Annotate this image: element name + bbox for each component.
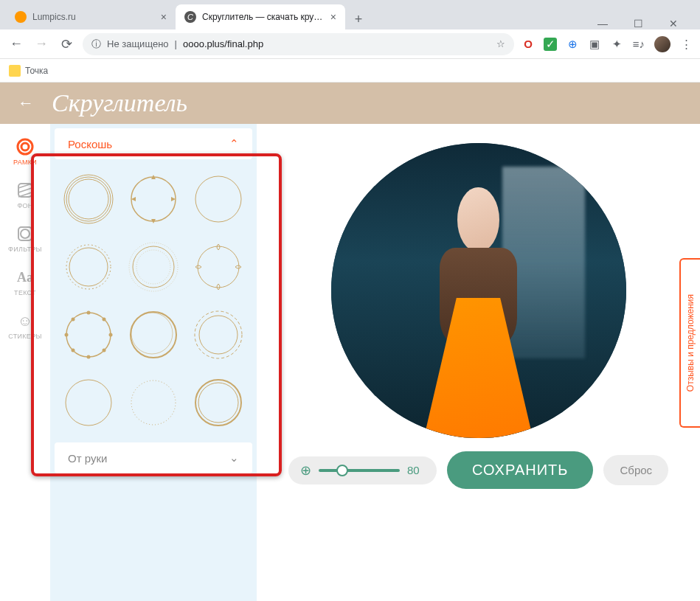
tool-background[interactable]: ФОН bbox=[0, 173, 50, 217]
svg-point-20 bbox=[87, 311, 91, 315]
profile-avatar[interactable] bbox=[654, 36, 670, 52]
tool-label: СТИКЕРЫ bbox=[8, 333, 41, 340]
tool-filters[interactable]: ФИЛЬТРЫ bbox=[0, 217, 50, 260]
frames-icon bbox=[15, 137, 35, 156]
svg-point-10 bbox=[69, 179, 108, 219]
tool-label: ФИЛЬТРЫ bbox=[8, 246, 42, 253]
menu-icon[interactable]: ⋮ bbox=[679, 38, 693, 51]
svg-point-9 bbox=[66, 177, 111, 221]
frame-option[interactable] bbox=[122, 372, 184, 434]
tab-lumpics[interactable]: Lumpics.ru × bbox=[6, 4, 176, 29]
frame-option[interactable] bbox=[122, 304, 184, 366]
controls-row: ⊕ 80 СОХРАНИТЬ Сброс bbox=[288, 451, 668, 489]
close-window-button[interactable]: ✕ bbox=[663, 18, 684, 29]
url-text: oooo.plus/final.php bbox=[183, 38, 263, 49]
frame-option[interactable] bbox=[187, 236, 249, 298]
ext-icon[interactable]: ⊕ bbox=[566, 38, 579, 51]
feedback-label: Отзывы и предложения bbox=[685, 294, 696, 392]
info-icon: ⓘ bbox=[91, 38, 101, 51]
ext-icon[interactable]: ▣ bbox=[588, 38, 601, 51]
svg-line-4 bbox=[18, 188, 32, 192]
zoom-icon: ⊕ bbox=[300, 462, 311, 479]
tool-frames[interactable]: РАМКИ bbox=[0, 130, 50, 173]
extension-icons: O ✓ ⊕ ▣ ✦ ≡♪ ⋮ bbox=[521, 36, 693, 52]
back-button[interactable]: ← bbox=[7, 36, 25, 52]
ext-icon[interactable]: O bbox=[521, 38, 535, 51]
frame-option[interactable] bbox=[187, 168, 249, 230]
frame-option[interactable] bbox=[187, 372, 249, 434]
minimize-button[interactable]: — bbox=[592, 18, 613, 29]
favicon-icon bbox=[15, 11, 27, 23]
frame-option[interactable] bbox=[122, 236, 184, 298]
svg-point-24 bbox=[72, 318, 75, 322]
feedback-tab[interactable]: Отзывы и предложения bbox=[679, 258, 700, 428]
bookmark-item[interactable]: Точка bbox=[25, 66, 48, 76]
svg-point-11 bbox=[131, 177, 176, 221]
filters-icon bbox=[15, 224, 35, 243]
extensions-icon[interactable]: ✦ bbox=[610, 38, 623, 51]
tool-stickers[interactable]: ☺ СТИКЕРЫ bbox=[0, 304, 50, 347]
svg-point-17 bbox=[136, 250, 170, 284]
frame-option[interactable] bbox=[187, 304, 249, 366]
close-icon[interactable]: × bbox=[330, 11, 336, 23]
frame-option[interactable] bbox=[58, 372, 119, 434]
frame-option[interactable] bbox=[58, 168, 119, 230]
tab-skruglitel[interactable]: C Скруглитель — скачать круглу... × bbox=[176, 4, 345, 29]
svg-point-35 bbox=[198, 383, 238, 423]
app-title: Скруглитель bbox=[52, 89, 187, 117]
tool-text[interactable]: Aa ТЕКСТ bbox=[0, 260, 50, 304]
canvas-area: ⊕ 80 СОХРАНИТЬ Сброс bbox=[257, 124, 700, 601]
svg-point-18 bbox=[198, 246, 239, 288]
favicon-icon: C bbox=[184, 11, 196, 23]
reset-button[interactable]: Сброс bbox=[603, 455, 668, 485]
svg-point-22 bbox=[65, 333, 69, 337]
tool-label: РАМКИ bbox=[13, 159, 37, 166]
svg-point-29 bbox=[131, 313, 173, 354]
tab-title: Скруглитель — скачать круглу... bbox=[202, 12, 325, 22]
svg-point-0 bbox=[18, 139, 32, 154]
chevron-up-icon: ⌃ bbox=[229, 137, 239, 150]
ext-icon[interactable]: ✓ bbox=[544, 38, 557, 51]
svg-point-23 bbox=[109, 333, 113, 337]
zoom-value: 80 bbox=[407, 464, 425, 476]
slider-thumb[interactable] bbox=[336, 465, 348, 476]
svg-point-13 bbox=[66, 245, 111, 289]
svg-point-32 bbox=[66, 380, 111, 425]
app-back-button[interactable]: ← bbox=[18, 94, 34, 113]
star-icon[interactable]: ☆ bbox=[496, 38, 505, 49]
frames-grid bbox=[50, 164, 257, 438]
reload-button[interactable]: ⟳ bbox=[58, 36, 75, 52]
svg-point-34 bbox=[195, 380, 241, 425]
category-header-luxury[interactable]: Роскошь ⌃ bbox=[55, 128, 252, 159]
tabs-row: Lumpics.ru × C Скруглитель — скачать кру… bbox=[0, 0, 700, 29]
text-icon: Aa bbox=[15, 268, 35, 287]
new-tab-button[interactable]: + bbox=[348, 9, 369, 29]
forward-button[interactable]: → bbox=[32, 36, 50, 52]
save-button[interactable]: СОХРАНИТЬ bbox=[447, 451, 594, 489]
image-preview[interactable] bbox=[331, 143, 626, 438]
window-controls: — ☐ ✕ bbox=[592, 18, 694, 29]
frame-option[interactable] bbox=[122, 168, 184, 230]
zoom-slider[interactable] bbox=[319, 469, 400, 472]
svg-point-14 bbox=[69, 248, 108, 286]
app-header: ← Скруглитель bbox=[0, 83, 700, 124]
background-icon bbox=[15, 181, 35, 200]
svg-point-27 bbox=[103, 349, 106, 352]
maximize-button[interactable]: ☐ bbox=[628, 18, 648, 29]
svg-point-12 bbox=[195, 176, 241, 222]
svg-point-1 bbox=[21, 143, 29, 150]
address-bar[interactable]: ⓘ Не защищено | oooo.plus/final.php ☆ bbox=[83, 33, 514, 55]
chevron-down-icon: ⌄ bbox=[229, 451, 239, 465]
security-label: Не защищено bbox=[107, 38, 169, 49]
playlist-icon[interactable]: ≡♪ bbox=[632, 38, 645, 51]
category-header-hand[interactable]: От руки ⌄ bbox=[55, 442, 252, 473]
close-icon[interactable]: × bbox=[161, 11, 167, 23]
bookmarks-bar: Точка bbox=[0, 59, 700, 83]
frame-option[interactable] bbox=[58, 304, 119, 366]
frame-option[interactable] bbox=[58, 236, 119, 298]
svg-point-31 bbox=[195, 311, 242, 358]
app-root: ← Скруглитель РАМКИ ФОН ФИЛЬТРЫ bbox=[0, 83, 700, 601]
svg-point-8 bbox=[64, 175, 113, 223]
divider: | bbox=[175, 38, 177, 49]
tools-column: РАМКИ ФОН ФИЛЬТРЫ Aa ТЕКСТ ☺ СТИКЕРЫ bbox=[0, 124, 50, 601]
